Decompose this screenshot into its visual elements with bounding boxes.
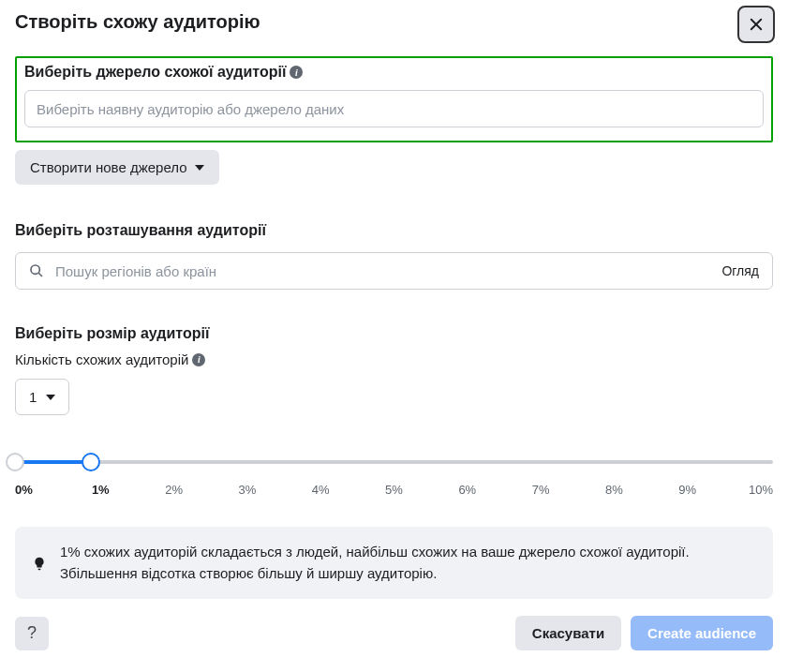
slider-tick: 2% xyxy=(162,483,186,497)
size-label: Виберіть розмір аудиторії xyxy=(15,325,773,342)
count-label-row: Кількість схожих аудиторій i xyxy=(15,351,773,367)
dialog-footer: ? Скасувати Create audience xyxy=(15,616,773,650)
cancel-button[interactable]: Скасувати xyxy=(515,616,621,650)
slider-tick: 10% xyxy=(749,483,773,497)
location-section: Виберіть розташування аудиторії Огляд xyxy=(15,222,773,290)
slider-handle-start[interactable] xyxy=(6,453,24,471)
source-label-row: Виберіть джерело схожої аудиторії i xyxy=(24,64,764,81)
slider-tick: 7% xyxy=(528,483,553,497)
location-search-input[interactable] xyxy=(55,263,721,279)
help-button[interactable]: ? xyxy=(15,617,49,650)
help-icon: ? xyxy=(27,623,37,643)
chevron-down-icon xyxy=(46,395,55,400)
size-slider[interactable]: 0%1%2%3%4%5%6%7%8%9%10% xyxy=(15,460,773,497)
source-input[interactable] xyxy=(24,90,764,127)
count-label: Кількість схожих аудиторій xyxy=(15,351,188,367)
slider-tick: 4% xyxy=(308,483,333,497)
location-search-wrapper: Огляд xyxy=(15,252,773,290)
slider-fill xyxy=(15,460,91,464)
svg-point-2 xyxy=(31,265,39,274)
slider-tick: 3% xyxy=(235,483,260,497)
slider-handle-end[interactable] xyxy=(82,453,100,471)
slider-tick: 0% xyxy=(15,483,39,497)
create-new-source-label: Створити нове джерело xyxy=(30,159,187,175)
info-icon[interactable]: i xyxy=(290,66,303,79)
count-selector[interactable]: 1 xyxy=(15,379,69,415)
dialog-header: Створіть схожу аудиторію xyxy=(15,9,773,43)
slider-tick: 9% xyxy=(676,483,700,497)
slider-tick: 8% xyxy=(602,483,626,497)
count-value: 1 xyxy=(29,389,37,405)
create-new-source-button[interactable]: Створити нове джерело xyxy=(15,150,219,185)
chevron-down-icon xyxy=(195,165,204,171)
search-icon xyxy=(29,263,44,278)
source-label: Виберіть джерело схожої аудиторії xyxy=(24,64,286,81)
lightbulb-icon xyxy=(32,544,47,584)
dialog-title: Створіть схожу аудиторію xyxy=(15,9,260,33)
browse-link[interactable]: Огляд xyxy=(721,263,759,278)
source-section: Виберіть джерело схожої аудиторії i xyxy=(15,56,773,142)
close-icon xyxy=(748,16,765,33)
create-audience-button[interactable]: Create audience xyxy=(631,616,773,650)
close-button[interactable] xyxy=(737,6,775,43)
svg-line-3 xyxy=(38,273,42,276)
slider-track xyxy=(15,460,773,464)
footer-actions: Скасувати Create audience xyxy=(515,616,773,650)
slider-tick: 1% xyxy=(88,483,112,497)
slider-tick: 5% xyxy=(381,483,406,497)
hint-text: 1% схожих аудиторій складається з людей,… xyxy=(60,542,756,584)
hint-box: 1% схожих аудиторій складається з людей,… xyxy=(15,527,773,599)
info-icon[interactable]: i xyxy=(192,353,205,366)
size-section: Виберіть розмір аудиторії Кількість схож… xyxy=(15,325,773,599)
slider-ticks: 0%1%2%3%4%5%6%7%8%9%10% xyxy=(15,483,773,497)
location-label: Виберіть розташування аудиторії xyxy=(15,222,773,239)
slider-tick: 6% xyxy=(455,483,480,497)
